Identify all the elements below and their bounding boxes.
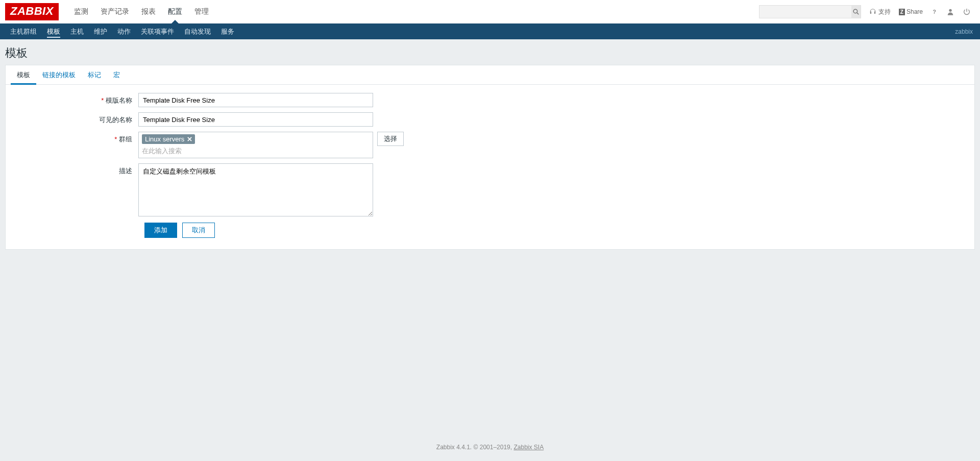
user-button[interactable] [942, 5, 959, 18]
user-icon [946, 8, 954, 16]
search-box [759, 5, 861, 18]
help-button[interactable]: ? [927, 5, 942, 18]
label-visible-name: 可见的名称 [11, 112, 138, 125]
group-tag: Linux servers [142, 134, 195, 144]
close-icon [187, 137, 192, 141]
nav-configuration[interactable]: 配置 [162, 0, 188, 23]
nav-administration[interactable]: 管理 [188, 0, 215, 23]
power-icon [963, 8, 971, 16]
subnav-services[interactable]: 服务 [216, 23, 239, 39]
page-title: 模板 [5, 45, 975, 61]
headset-icon [869, 8, 876, 15]
svg-point-3 [949, 9, 951, 12]
tab-template[interactable]: 模板 [11, 65, 36, 84]
nav-reports[interactable]: 报表 [135, 0, 162, 23]
label-description: 描述 [11, 163, 138, 176]
page-title-row: 模板 [0, 39, 980, 65]
svg-point-0 [853, 9, 857, 13]
search-button[interactable] [851, 6, 861, 18]
sub-nav: 主机群组 模板 主机 维护 动作 关联项事件 自动发现 服务 zabbix [0, 23, 980, 39]
subnav-server-name: zabbix [955, 28, 975, 35]
subnav-discovery[interactable]: 自动发现 [179, 23, 216, 39]
groups-search-input[interactable] [142, 146, 370, 156]
header: ZABBIX 监测 资产记录 报表 配置 管理 支持 Z Share ? [0, 0, 980, 23]
z-icon: Z [899, 9, 905, 15]
nav-inventory[interactable]: 资产记录 [94, 0, 135, 23]
support-link[interactable]: 支持 [865, 5, 895, 18]
tab-tags[interactable]: 标记 [82, 65, 107, 84]
power-button[interactable] [959, 5, 975, 18]
question-icon: ? [931, 8, 938, 15]
add-button[interactable]: 添加 [144, 223, 177, 238]
subnav-hostgroups[interactable]: 主机群组 [5, 23, 42, 39]
subnav-hosts[interactable]: 主机 [65, 23, 89, 39]
main-nav: 监测 资产记录 报表 配置 管理 [68, 0, 215, 23]
search-icon [853, 9, 859, 15]
subnav-maintenance[interactable]: 维护 [89, 23, 112, 39]
logo[interactable]: ZABBIX [5, 3, 59, 20]
groups-multiselect[interactable]: Linux servers [138, 132, 373, 158]
tabs: 模板 链接的模板 标记 宏 [6, 65, 974, 85]
tab-macros[interactable]: 宏 [107, 65, 126, 84]
search-input[interactable] [760, 8, 851, 16]
share-link[interactable]: Z Share [895, 5, 927, 18]
label-template-name: 模版名称 [11, 93, 138, 105]
subnav-event-correlation[interactable]: 关联项事件 [136, 23, 179, 39]
svg-line-1 [857, 13, 859, 14]
input-visible-name[interactable] [138, 112, 373, 127]
form-panel: 模板 链接的模板 标记 宏 模版名称 可见的名称 群组 Linux server… [5, 65, 975, 250]
support-label: 支持 [878, 8, 891, 16]
subnav-templates[interactable]: 模板 [42, 23, 65, 39]
label-groups: 群组 [11, 132, 138, 144]
nav-monitoring[interactable]: 监测 [68, 0, 94, 23]
textarea-description[interactable] [138, 163, 373, 216]
svg-text:?: ? [933, 9, 936, 15]
cancel-button[interactable]: 取消 [182, 223, 215, 238]
input-template-name[interactable] [138, 93, 373, 107]
group-tag-remove[interactable] [187, 135, 192, 143]
share-label: Share [906, 8, 923, 15]
select-groups-button[interactable]: 选择 [377, 132, 404, 146]
subnav-actions[interactable]: 动作 [112, 23, 136, 39]
template-form: 模版名称 可见的名称 群组 Linux servers [6, 85, 974, 249]
tab-linked-templates[interactable]: 链接的模板 [36, 65, 82, 84]
group-tag-label: Linux servers [145, 135, 184, 143]
